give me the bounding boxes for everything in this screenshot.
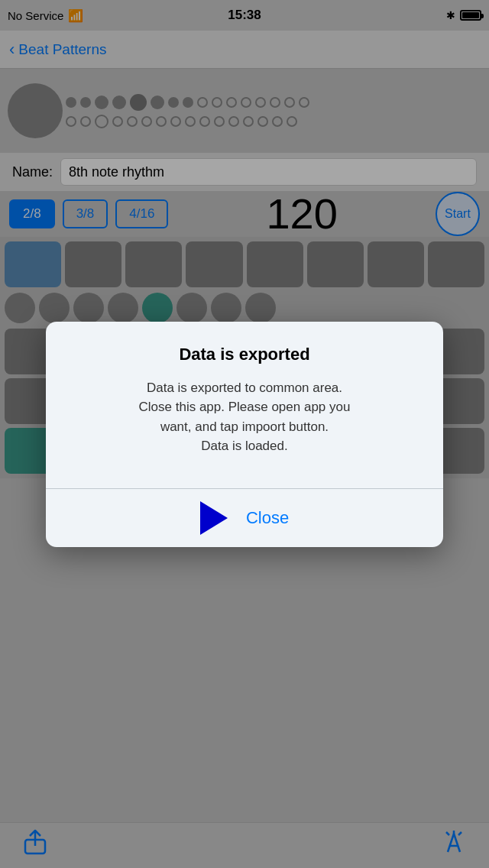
close-button[interactable]: Close [246, 508, 289, 528]
arrow-right-icon [200, 501, 228, 535]
modal-footer[interactable]: Close [46, 489, 443, 547]
modal-overlay: Data is exported Data is exported to com… [0, 0, 489, 868]
export-modal: Data is exported Data is exported to com… [46, 322, 443, 547]
modal-message: Data is exported to common area.Close th… [73, 378, 416, 456]
modal-body: Data is exported Data is exported to com… [46, 322, 443, 471]
modal-title: Data is exported [73, 345, 416, 364]
